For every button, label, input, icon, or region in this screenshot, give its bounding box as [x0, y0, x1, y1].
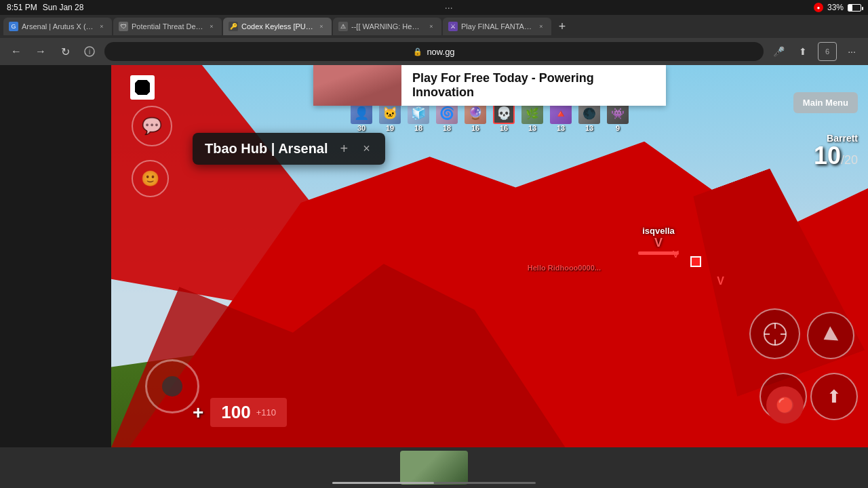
url-bar[interactable]: 🔒 now.gg [104, 42, 764, 61]
date-display: Sun Jan 28 [43, 3, 84, 12]
health-bar-container: 100 +110 [210, 398, 287, 427]
emote-button[interactable]: 🙂 [132, 160, 169, 197]
microphone-button[interactable]: 🎤 [769, 42, 788, 61]
tab-1-favicon: G [9, 22, 18, 31]
player-avatar-5: 🔮 16 [462, 102, 488, 132]
enemy-v-indicator: V [717, 275, 724, 287]
enemy-v2-indicator: V [673, 249, 679, 260]
tab-1[interactable]: G Arsenal | Arutus X (UP... × [3, 18, 112, 35]
browser-chrome: G Arsenal | Arutus X (UP... × 🛡 Potentia… [0, 15, 868, 65]
ammo-icon: 🔴 [776, 396, 794, 414]
player-avatar-9: 🌑 13 [576, 102, 602, 132]
tab-5-label: Play FINAL FANTASY VI... [461, 22, 533, 30]
weapon-ammo: 10 [814, 144, 841, 168]
health-display: + 100 +110 [193, 398, 287, 427]
url-text: now.gg [427, 47, 454, 57]
new-tab-button[interactable]: + [553, 18, 572, 35]
tab-overflow-dots: ··· [441, 2, 457, 13]
weapon-ammo-max: /20 [841, 153, 858, 167]
tab-4[interactable]: ⚠ --[[ WARNING: Heads ... × [333, 18, 441, 35]
avatar-score-3: 18 [414, 124, 422, 132]
avatar-score-6: 16 [500, 124, 508, 132]
time-display: 8:51 PM [7, 3, 37, 12]
avatar-score-7: 13 [528, 124, 536, 132]
ad-image [313, 65, 401, 106]
recording-indicator: ● [814, 3, 823, 12]
crosshair-icon [762, 321, 789, 348]
status-right: ● 33% [814, 3, 861, 12]
tab-3-label: Codex Keyless [PUNK T... [241, 22, 313, 30]
jump-button[interactable]: ⬆ [810, 373, 858, 420]
avatar-score-5: 16 [471, 124, 479, 132]
bottom-progress-bar [332, 482, 536, 484]
ad-text: Play For Free Today - Powering Innovatio… [412, 71, 655, 100]
tab-3-close[interactable]: × [317, 22, 326, 31]
tab-4-favicon: ⚠ [338, 22, 348, 31]
bottom-progress-fill [332, 482, 434, 484]
tab-2[interactable]: 🛡 Potential Threat Detec... × [113, 18, 222, 35]
status-bar: 8:51 PM Sun Jan 28 ··· ● 33% [0, 0, 868, 15]
player-avatar-8: 🔺 13 [548, 102, 574, 132]
enemy-marker [690, 256, 701, 267]
player-avatar-2: 🐱 19 [377, 102, 403, 132]
avatar-score-4: 18 [443, 124, 451, 132]
menu-button[interactable]: ··· [842, 42, 861, 61]
enemy-name: isqvella [638, 226, 679, 236]
ammo-button[interactable]: 🔴 [766, 386, 804, 424]
chat-button[interactable]: 💬 [132, 106, 172, 146]
bottom-thumbnail[interactable] [400, 451, 468, 485]
tabs-count-button[interactable]: 6 [818, 42, 837, 61]
kill-message: Hello Ridhooo0000... [528, 264, 601, 272]
tab-3-favicon: 🔑 [229, 22, 238, 31]
health-value: 100 [221, 402, 250, 423]
avatar-score-8: 13 [557, 124, 565, 132]
bottom-thumb-inner [400, 451, 468, 485]
game-viewport[interactable]: Play For Free Today - Powering Innovatio… [111, 65, 868, 447]
tab-1-close[interactable]: × [97, 22, 106, 31]
player-avatar-7: 🌿 13 [519, 102, 545, 132]
health-bonus: +110 [256, 407, 276, 418]
tab-5-favicon: ⚔ [448, 22, 458, 31]
joystick-dot [162, 376, 182, 396]
refresh-button[interactable]: ↻ [56, 42, 75, 61]
battery-icon [848, 4, 861, 12]
tab-2-close[interactable]: × [207, 22, 216, 31]
tbao-title: Tbao Hub | Arsenal [205, 141, 328, 157]
tab-bar: G Arsenal | Arutus X (UP... × 🛡 Potentia… [0, 15, 868, 38]
crosshair-button[interactable] [749, 308, 800, 359]
tbao-hub-panel[interactable]: Tbao Hub | Arsenal + × [193, 133, 385, 165]
avatar-score-1: 30 [357, 124, 366, 132]
health-plus-icon: + [193, 402, 203, 424]
shoot-icon [818, 323, 843, 348]
tab-5-close[interactable]: × [536, 22, 546, 31]
tab-4-label: --[[ WARNING: Heads ... [351, 22, 423, 30]
tab-2-favicon: 🛡 [119, 22, 128, 31]
roblox-logo[interactable] [130, 75, 155, 100]
weapon-info: Barrett 10 /20 [814, 133, 858, 168]
url-lock-icon: 🔒 [413, 47, 422, 56]
roblox-logo-inner [135, 80, 150, 95]
forward-button[interactable]: → [31, 42, 50, 61]
bottom-bar [0, 447, 868, 488]
jump-icon: ⬆ [827, 386, 842, 407]
battery-percent: 33% [827, 3, 844, 12]
tab-4-close[interactable]: × [427, 22, 436, 31]
shoot-button[interactable] [807, 312, 854, 359]
player-avatar-10: 👾 9 [605, 102, 631, 132]
joystick-left[interactable] [145, 359, 199, 413]
emote-icon: 🙂 [141, 170, 159, 188]
tbao-add-button[interactable]: + [338, 141, 351, 157]
back-button[interactable]: ← [7, 42, 26, 61]
tab-3[interactable]: 🔑 Codex Keyless [PUNK T... × [223, 18, 332, 35]
tbao-close-button[interactable]: × [360, 142, 373, 156]
avatar-score-2: 19 [386, 124, 394, 132]
player-avatar-1: 👤 30 [349, 102, 374, 132]
share-button[interactable]: ⬆ [793, 42, 812, 61]
ad-banner[interactable]: Play For Free Today - Powering Innovatio… [313, 65, 666, 106]
player-avatar-3: 🧊 18 [406, 102, 431, 132]
main-menu-button[interactable]: Main Menu [793, 92, 858, 113]
ad-text-area: Play For Free Today - Powering Innovatio… [401, 66, 666, 105]
security-button[interactable]: i [80, 42, 99, 61]
tab-5[interactable]: ⚔ Play FINAL FANTASY VI... × [443, 18, 551, 35]
avatar-score-9: 13 [585, 124, 593, 132]
